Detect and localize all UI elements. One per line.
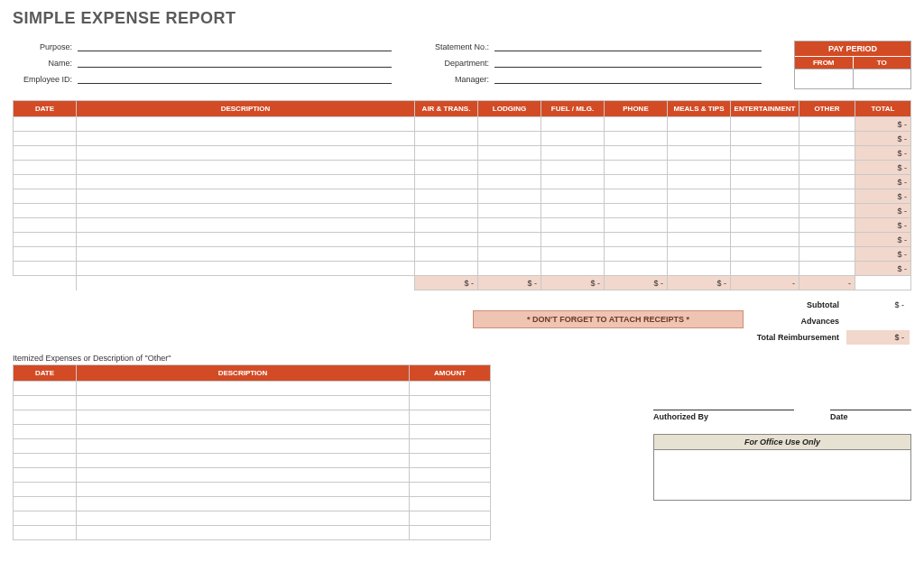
pay-period-from-input[interactable] bbox=[795, 69, 854, 88]
cell[interactable] bbox=[415, 161, 478, 175]
cell[interactable] bbox=[668, 204, 731, 218]
cell[interactable] bbox=[541, 189, 605, 204]
cell[interactable] bbox=[14, 132, 77, 146]
cell[interactable] bbox=[77, 204, 415, 218]
cell[interactable] bbox=[541, 204, 605, 218]
cell[interactable] bbox=[14, 483, 77, 497]
cell[interactable] bbox=[77, 382, 410, 396]
cell[interactable] bbox=[799, 146, 855, 161]
cell[interactable] bbox=[14, 410, 77, 425]
signature-date-line[interactable]: Date bbox=[830, 410, 911, 421]
cell[interactable] bbox=[410, 468, 491, 483]
input-statement-no[interactable] bbox=[494, 41, 762, 51]
cell[interactable] bbox=[541, 233, 605, 247]
cell[interactable] bbox=[605, 247, 668, 262]
cell[interactable] bbox=[77, 526, 410, 540]
cell[interactable] bbox=[14, 468, 77, 483]
cell[interactable] bbox=[14, 497, 77, 511]
cell[interactable] bbox=[77, 439, 410, 454]
cell[interactable] bbox=[410, 483, 491, 497]
cell[interactable] bbox=[478, 262, 541, 276]
cell[interactable] bbox=[541, 132, 605, 146]
cell[interactable] bbox=[14, 161, 77, 175]
cell[interactable] bbox=[410, 396, 491, 410]
cell[interactable] bbox=[77, 247, 415, 262]
cell[interactable] bbox=[14, 146, 77, 161]
cell[interactable] bbox=[14, 382, 77, 396]
cell[interactable] bbox=[668, 132, 731, 146]
cell[interactable] bbox=[77, 497, 410, 511]
cell[interactable] bbox=[799, 132, 855, 146]
cell[interactable] bbox=[605, 233, 668, 247]
cell[interactable] bbox=[410, 439, 491, 454]
cell[interactable] bbox=[77, 483, 410, 497]
cell[interactable] bbox=[668, 117, 731, 132]
cell[interactable] bbox=[478, 161, 541, 175]
cell[interactable] bbox=[14, 175, 77, 189]
cell[interactable] bbox=[541, 218, 605, 233]
cell[interactable] bbox=[77, 468, 410, 483]
cell[interactable] bbox=[799, 233, 855, 247]
cell[interactable] bbox=[668, 218, 731, 233]
cell[interactable] bbox=[731, 262, 799, 276]
cell[interactable] bbox=[14, 262, 77, 276]
cell[interactable] bbox=[14, 247, 77, 262]
cell[interactable] bbox=[799, 117, 855, 132]
cell[interactable] bbox=[605, 189, 668, 204]
cell[interactable] bbox=[415, 189, 478, 204]
cell[interactable] bbox=[731, 189, 799, 204]
cell[interactable] bbox=[799, 189, 855, 204]
cell[interactable] bbox=[605, 204, 668, 218]
cell[interactable] bbox=[541, 161, 605, 175]
cell[interactable] bbox=[77, 132, 415, 146]
cell[interactable] bbox=[799, 175, 855, 189]
cell[interactable] bbox=[14, 204, 77, 218]
cell[interactable] bbox=[605, 117, 668, 132]
cell[interactable] bbox=[14, 425, 77, 439]
cell[interactable] bbox=[731, 146, 799, 161]
cell[interactable] bbox=[605, 146, 668, 161]
cell[interactable] bbox=[77, 511, 410, 526]
cell[interactable] bbox=[14, 396, 77, 410]
cell[interactable] bbox=[410, 526, 491, 540]
input-purpose[interactable] bbox=[78, 41, 392, 51]
cell[interactable] bbox=[478, 233, 541, 247]
cell[interactable] bbox=[415, 175, 478, 189]
cell[interactable] bbox=[731, 117, 799, 132]
cell[interactable] bbox=[605, 262, 668, 276]
cell[interactable] bbox=[415, 117, 478, 132]
cell[interactable] bbox=[731, 247, 799, 262]
cell[interactable] bbox=[478, 247, 541, 262]
cell[interactable] bbox=[77, 262, 415, 276]
cell[interactable] bbox=[731, 161, 799, 175]
office-use-body[interactable] bbox=[654, 450, 910, 500]
cell[interactable] bbox=[799, 204, 855, 218]
cell[interactable] bbox=[731, 218, 799, 233]
input-department[interactable] bbox=[494, 57, 762, 68]
cell[interactable] bbox=[14, 189, 77, 204]
cell[interactable] bbox=[415, 247, 478, 262]
cell[interactable] bbox=[541, 146, 605, 161]
input-name[interactable] bbox=[78, 57, 392, 68]
cell[interactable] bbox=[478, 204, 541, 218]
cell[interactable] bbox=[77, 117, 415, 132]
cell[interactable] bbox=[668, 175, 731, 189]
cell[interactable] bbox=[541, 247, 605, 262]
cell[interactable] bbox=[77, 218, 415, 233]
cell[interactable] bbox=[77, 175, 415, 189]
cell[interactable] bbox=[478, 218, 541, 233]
cell[interactable] bbox=[478, 189, 541, 204]
cell[interactable] bbox=[415, 233, 478, 247]
cell[interactable] bbox=[731, 175, 799, 189]
cell[interactable] bbox=[415, 204, 478, 218]
cell[interactable] bbox=[77, 425, 410, 439]
cell[interactable] bbox=[410, 410, 491, 425]
cell[interactable] bbox=[415, 218, 478, 233]
cell[interactable] bbox=[14, 454, 77, 468]
cell[interactable] bbox=[77, 396, 410, 410]
cell[interactable] bbox=[605, 161, 668, 175]
input-employee-id[interactable] bbox=[78, 73, 392, 84]
cell[interactable] bbox=[605, 218, 668, 233]
cell[interactable] bbox=[799, 262, 855, 276]
cell[interactable] bbox=[478, 132, 541, 146]
